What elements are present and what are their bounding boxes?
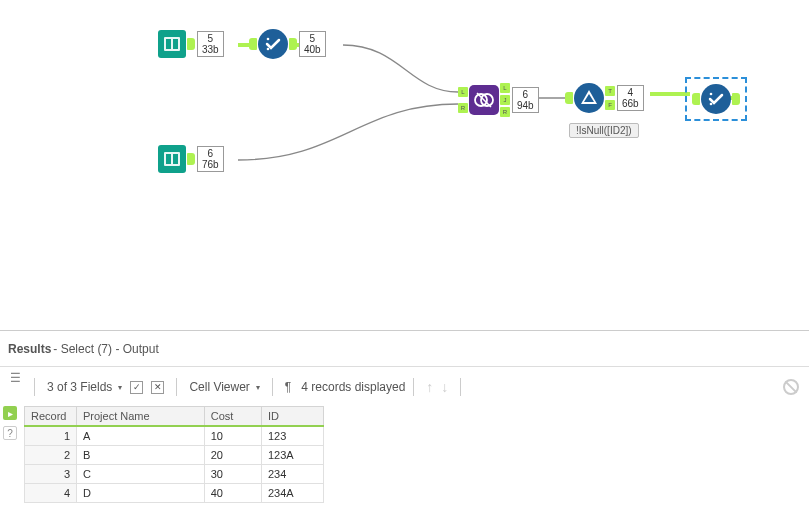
x-box-icon: ✕ xyxy=(151,381,164,394)
data-cell[interactable]: B xyxy=(77,446,205,465)
record-cell[interactable]: 4 xyxy=(25,484,77,503)
column-header[interactable]: Record xyxy=(25,407,77,427)
data-cell[interactable]: D xyxy=(77,484,205,503)
input-anchor[interactable] xyxy=(249,38,257,50)
records-displayed-label: 4 records displayed xyxy=(301,380,405,394)
bytes-value: 76b xyxy=(202,159,219,170)
svg-rect-1 xyxy=(166,39,171,49)
join-tool[interactable]: L R L J R 6 94b xyxy=(458,83,539,117)
table-row[interactable]: 4D40234A xyxy=(25,484,324,503)
output-anchor[interactable] xyxy=(289,38,297,50)
table-row[interactable]: 3C30234 xyxy=(25,465,324,484)
input-data-icon xyxy=(158,30,186,58)
data-cell[interactable]: 123 xyxy=(261,426,323,446)
data-cell[interactable]: C xyxy=(77,465,205,484)
list-view-icon[interactable]: ☰ xyxy=(10,371,21,385)
chevron-down-icon: ▾ xyxy=(256,383,260,392)
record-count-box: 5 33b xyxy=(197,31,224,57)
cell-viewer-label: Cell Viewer xyxy=(189,380,249,394)
svg-rect-2 xyxy=(173,39,178,49)
column-header[interactable]: ID xyxy=(261,407,323,427)
metadata-tab-icon[interactable]: ? xyxy=(3,426,17,440)
input-tool-2[interactable]: 6 76b xyxy=(158,145,224,173)
input-tool-1[interactable]: 5 33b xyxy=(158,30,224,58)
data-cell[interactable]: A xyxy=(77,426,205,446)
results-header: Results - Select (7) - Output xyxy=(0,336,809,362)
wire-layer xyxy=(0,0,809,330)
true-output-anchor[interactable]: T xyxy=(605,86,615,96)
column-header[interactable]: Project Name xyxy=(77,407,205,427)
cell-viewer-dropdown[interactable]: Cell Viewer ▾ xyxy=(185,378,263,396)
workflow-canvas[interactable]: 5 33b 5 40b 6 76b L R xyxy=(0,0,809,330)
input-data-icon xyxy=(158,145,186,173)
separator xyxy=(413,378,414,396)
separator xyxy=(272,378,273,396)
filter-tool[interactable]: T F 4 66b xyxy=(565,83,644,113)
svg-rect-7 xyxy=(173,154,178,164)
pane-divider[interactable] xyxy=(0,330,809,331)
output-anchor[interactable] xyxy=(187,38,195,50)
data-cell[interactable]: 123A xyxy=(261,446,323,465)
check-all-button[interactable]: ✓ xyxy=(126,379,147,396)
chevron-down-icon: ▾ xyxy=(118,383,122,392)
fields-dropdown[interactable]: 3 of 3 Fields ▾ xyxy=(43,378,126,396)
count-value: 4 xyxy=(622,87,639,98)
fields-label: 3 of 3 Fields xyxy=(47,380,112,394)
arrow-up-icon[interactable]: ↑ xyxy=(426,379,433,395)
right-output-anchor[interactable]: R xyxy=(500,107,510,117)
bytes-value: 94b xyxy=(517,100,534,111)
output-anchor[interactable] xyxy=(187,153,195,165)
select-icon xyxy=(701,84,731,114)
count-value: 6 xyxy=(202,148,219,159)
record-count-box: 5 40b xyxy=(299,31,326,57)
input-anchor[interactable] xyxy=(692,93,700,105)
results-toolbar: ☰ 3 of 3 Fields ▾ ✓ ✕ Cell Viewer ▾ ¶ 4 … xyxy=(0,372,809,402)
select-tool-1[interactable]: 5 40b xyxy=(249,29,326,59)
table-row[interactable]: 1A10123 xyxy=(25,426,324,446)
left-input-anchor[interactable]: L xyxy=(458,87,468,97)
separator xyxy=(176,378,177,396)
uncheck-all-button[interactable]: ✕ xyxy=(147,379,168,396)
output-anchor[interactable] xyxy=(732,93,740,105)
svg-rect-6 xyxy=(166,154,171,164)
filter-icon xyxy=(574,83,604,113)
input-anchor[interactable] xyxy=(565,92,573,104)
record-cell[interactable]: 2 xyxy=(25,446,77,465)
data-tab-icon[interactable]: ▸ xyxy=(3,406,17,420)
bytes-value: 66b xyxy=(622,98,639,109)
svg-point-4 xyxy=(267,48,270,51)
data-cell[interactable]: 40 xyxy=(204,484,261,503)
join-icon xyxy=(469,85,499,115)
data-cell[interactable]: 30 xyxy=(204,465,261,484)
svg-point-3 xyxy=(267,38,270,41)
separator xyxy=(34,378,35,396)
false-output-anchor[interactable]: F xyxy=(605,100,615,110)
results-gutter: ▸ ? xyxy=(0,406,20,440)
left-output-anchor[interactable]: L xyxy=(500,83,510,93)
right-input-anchor[interactable]: R xyxy=(458,103,468,113)
toolbar-divider xyxy=(0,366,809,367)
data-cell[interactable]: 234 xyxy=(261,465,323,484)
table-row[interactable]: 2B20123A xyxy=(25,446,324,465)
count-value: 6 xyxy=(517,89,534,100)
select-icon xyxy=(258,29,288,59)
results-subtitle: - Select (7) - Output xyxy=(53,342,158,356)
record-cell[interactable]: 3 xyxy=(25,465,77,484)
filter-caption: !IsNull([ID2]) xyxy=(569,123,639,138)
results-grid[interactable]: RecordProject NameCostID 1A101232B20123A… xyxy=(24,406,324,503)
select-tool-2[interactable] xyxy=(690,82,742,116)
join-output-anchor[interactable]: J xyxy=(500,95,510,105)
svg-point-10 xyxy=(710,93,713,96)
record-cell[interactable]: 1 xyxy=(25,426,77,446)
data-cell[interactable]: 20 xyxy=(204,446,261,465)
data-cell[interactable]: 234A xyxy=(261,484,323,503)
svg-point-11 xyxy=(710,103,713,106)
bytes-value: 33b xyxy=(202,44,219,55)
separator xyxy=(460,378,461,396)
pilcrow-icon[interactable]: ¶ xyxy=(285,380,291,394)
data-cell[interactable]: 10 xyxy=(204,426,261,446)
arrow-down-icon[interactable]: ↓ xyxy=(441,379,448,395)
no-data-icon[interactable] xyxy=(783,379,799,395)
column-header[interactable]: Cost xyxy=(204,407,261,427)
record-count-box: 4 66b xyxy=(617,85,644,111)
